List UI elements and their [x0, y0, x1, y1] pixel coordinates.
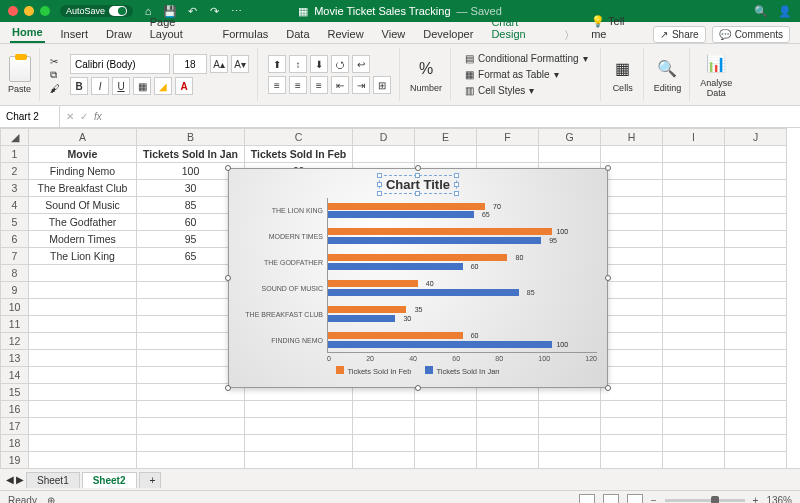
name-box[interactable]: [0, 106, 60, 127]
home-icon[interactable]: ⌂: [141, 4, 155, 18]
normal-view-icon[interactable]: [579, 494, 595, 504]
align-left-icon[interactable]: ≡: [268, 76, 286, 94]
tab-home[interactable]: Home: [10, 23, 45, 43]
sheet-tab[interactable]: Sheet1: [26, 472, 80, 488]
resize-handle[interactable]: [605, 165, 611, 171]
tab-developer[interactable]: Developer: [421, 25, 475, 43]
status-bar: Ready ⊕ − + 136%: [0, 490, 800, 503]
editing-group[interactable]: 🔍 Editing: [654, 57, 682, 93]
tab-draw[interactable]: Draw: [104, 25, 134, 43]
col-header[interactable]: C: [245, 129, 353, 146]
paste-button[interactable]: Paste: [8, 56, 31, 94]
format-as-table[interactable]: ▦ Format as Table ▾: [461, 68, 592, 81]
copy-icon[interactable]: ⧉: [50, 69, 60, 81]
wrap-text-icon[interactable]: ↩: [352, 55, 370, 73]
align-center-icon[interactable]: ≡: [289, 76, 307, 94]
chart-title[interactable]: Chart Title: [379, 175, 457, 194]
align-right-icon[interactable]: ≡: [310, 76, 328, 94]
col-header[interactable]: G: [539, 129, 601, 146]
undo-icon[interactable]: ↶: [185, 4, 199, 18]
save-icon[interactable]: 💾: [163, 4, 177, 18]
window-controls[interactable]: [8, 6, 50, 16]
cell-styles[interactable]: ▥ Cell Styles ▾: [461, 84, 592, 97]
close-icon[interactable]: [8, 6, 18, 16]
cells-group[interactable]: ▦ Cells: [611, 57, 635, 93]
zoom-slider[interactable]: [665, 499, 745, 502]
zoom-level[interactable]: 136%: [766, 495, 792, 503]
user-icon[interactable]: 👤: [778, 5, 792, 18]
tab-chart-design[interactable]: Chart Design: [489, 13, 550, 43]
border-button[interactable]: ▦: [133, 77, 151, 95]
fill-color-button[interactable]: ◢: [154, 77, 172, 95]
more-icon[interactable]: ⋯: [229, 4, 243, 18]
analyse-data-button[interactable]: 📊 Analyse Data: [700, 52, 732, 98]
resize-handle[interactable]: [605, 385, 611, 391]
minimize-icon[interactable]: [24, 6, 34, 16]
zoom-in-icon[interactable]: +: [753, 495, 759, 503]
page-layout-view-icon[interactable]: [603, 494, 619, 504]
tab-review[interactable]: Review: [326, 25, 366, 43]
enter-icon[interactable]: ✓: [80, 111, 88, 122]
italic-button[interactable]: I: [91, 77, 109, 95]
col-header[interactable]: H: [601, 129, 663, 146]
col-header[interactable]: E: [415, 129, 477, 146]
align-middle-icon[interactable]: ↕: [289, 55, 307, 73]
font-select[interactable]: [70, 54, 170, 74]
search-icon[interactable]: 🔍: [754, 5, 768, 18]
prev-sheet-icon[interactable]: ▶: [16, 474, 24, 485]
resize-handle[interactable]: [605, 275, 611, 281]
resize-handle[interactable]: [225, 165, 231, 171]
fx-icon[interactable]: fx: [94, 111, 102, 122]
conditional-formatting[interactable]: ▤ Conditional Formatting ▾: [461, 52, 592, 65]
add-sheet-button[interactable]: +: [139, 472, 161, 488]
orientation-icon[interactable]: ⭯: [331, 55, 349, 73]
col-header[interactable]: I: [663, 129, 725, 146]
percent-icon: %: [414, 57, 438, 81]
decrease-indent-icon[interactable]: ⇤: [331, 76, 349, 94]
first-sheet-icon[interactable]: ◀: [6, 474, 14, 485]
increase-font-icon[interactable]: A▴: [210, 55, 228, 73]
cancel-icon[interactable]: ✕: [66, 111, 74, 122]
resize-handle[interactable]: [225, 385, 231, 391]
format-painter-icon[interactable]: 🖌: [50, 83, 60, 94]
excel-icon: ▦: [298, 5, 308, 18]
font-color-button[interactable]: A: [175, 77, 193, 95]
resize-handle[interactable]: [415, 165, 421, 171]
merge-icon[interactable]: ⊞: [373, 76, 391, 94]
resize-handle[interactable]: [415, 385, 421, 391]
autosave-toggle[interactable]: AutoSave: [60, 5, 133, 17]
redo-icon[interactable]: ↷: [207, 4, 221, 18]
col-header[interactable]: D: [353, 129, 415, 146]
increase-indent-icon[interactable]: ⇥: [352, 76, 370, 94]
tab-data[interactable]: Data: [284, 25, 311, 43]
chart-plot[interactable]: THE LION KING MODERN TIMES THE GODFATHER…: [229, 198, 607, 353]
chart-object[interactable]: Chart Title THE LION KING MODERN TIMES T…: [228, 168, 608, 388]
accessibility-icon[interactable]: ⊕: [47, 495, 55, 503]
maximize-icon[interactable]: [40, 6, 50, 16]
cut-icon[interactable]: ✂: [50, 56, 60, 67]
decrease-font-icon[interactable]: A▾: [231, 55, 249, 73]
page-break-view-icon[interactable]: [627, 494, 643, 504]
sheet-tab[interactable]: Sheet2: [82, 472, 137, 488]
resize-handle[interactable]: [225, 275, 231, 281]
select-all[interactable]: ◢: [1, 129, 29, 146]
number-format[interactable]: % Number: [410, 57, 442, 93]
zoom-out-icon[interactable]: −: [651, 495, 657, 503]
align-top-icon[interactable]: ⬆: [268, 55, 286, 73]
col-header[interactable]: B: [137, 129, 245, 146]
font-size-select[interactable]: [173, 54, 207, 74]
worksheet-grid[interactable]: ◢ A B C D E F G H I J 1MovieTickets Sold…: [0, 128, 800, 468]
col-header[interactable]: A: [29, 129, 137, 146]
share-button[interactable]: ↗ Share: [653, 26, 706, 43]
col-header[interactable]: F: [477, 129, 539, 146]
underline-button[interactable]: U: [112, 77, 130, 95]
tab-formulas[interactable]: Formulas: [220, 25, 270, 43]
align-bottom-icon[interactable]: ⬇: [310, 55, 328, 73]
bold-button[interactable]: B: [70, 77, 88, 95]
comments-button[interactable]: 💬 Comments: [712, 26, 790, 43]
saved-status: — Saved: [457, 5, 502, 17]
tell-me[interactable]: 💡 Tell me: [589, 12, 639, 43]
col-header[interactable]: J: [725, 129, 787, 146]
tab-view[interactable]: View: [380, 25, 408, 43]
tab-insert[interactable]: Insert: [59, 25, 91, 43]
